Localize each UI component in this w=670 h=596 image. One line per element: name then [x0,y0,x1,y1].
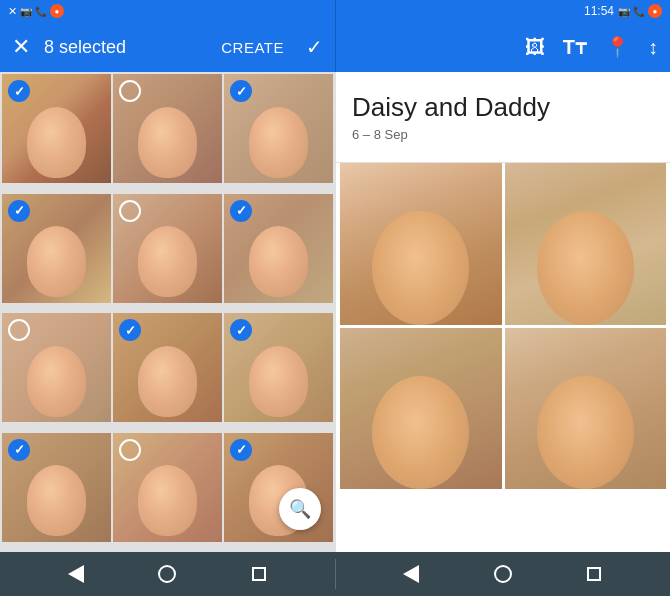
select-check[interactable] [119,80,141,102]
album-photo[interactable] [505,163,667,325]
select-check[interactable] [8,439,30,461]
selected-count: 8 selected [44,37,207,58]
recents-button[interactable] [243,558,275,590]
album-header: Daisy and Daddy 6 – 8 Sep [336,72,670,163]
photo-grid: 🔍 [0,72,335,552]
navigation-bar [0,552,670,596]
photo-add-icon[interactable]: 🖼 [525,36,545,59]
album-date: 6 – 8 Sep [352,127,654,142]
photo-cell[interactable] [224,194,333,303]
photo-cell[interactable] [2,433,111,542]
zoom-button[interactable]: 🔍 [279,488,321,530]
album-title: Daisy and Daddy [352,92,654,123]
select-check[interactable] [8,319,30,341]
photo-cell[interactable] [2,74,111,183]
right-back-button[interactable] [395,558,427,590]
photo-cell[interactable] [224,74,333,183]
photo-cell[interactable] [2,313,111,422]
left-nav-section [0,552,335,596]
album-photo[interactable] [505,328,667,490]
back-button[interactable] [60,558,92,590]
right-recents-button[interactable] [578,558,610,590]
photo-cell[interactable] [113,194,222,303]
right-nav-section [336,552,671,596]
album-photo[interactable] [340,328,502,490]
select-check[interactable] [230,439,252,461]
check-button[interactable]: ✓ [306,35,323,59]
right-status-icons: 📷 📞 ● [618,4,662,18]
select-check[interactable] [230,80,252,102]
right-home-button[interactable] [487,558,519,590]
select-check[interactable] [119,439,141,461]
select-check[interactable] [119,319,141,341]
photo-cell[interactable] [224,313,333,422]
select-check[interactable] [230,200,252,222]
album-photo-grid [336,163,670,552]
sort-icon[interactable]: ↕ [648,36,658,59]
photo-cell[interactable] [2,194,111,303]
photo-cell[interactable] [113,433,222,542]
text-icon[interactable]: Tᴛ [563,35,587,59]
photo-cell[interactable] [113,74,222,183]
album-photo[interactable] [340,163,502,325]
create-button[interactable]: CREATE [221,39,284,56]
close-button[interactable]: ✕ [12,34,30,60]
home-button[interactable] [151,558,183,590]
select-check[interactable] [230,319,252,341]
left-status-icons: ✕ 📷 📞 ● [8,4,64,18]
right-status-time: 11:54 [584,4,614,18]
select-check[interactable] [8,200,30,222]
select-check[interactable] [8,80,30,102]
select-check[interactable] [119,200,141,222]
photo-cell[interactable] [113,313,222,422]
photo-cell[interactable]: 🔍 [224,433,333,542]
location-icon[interactable]: 📍 [605,35,630,59]
